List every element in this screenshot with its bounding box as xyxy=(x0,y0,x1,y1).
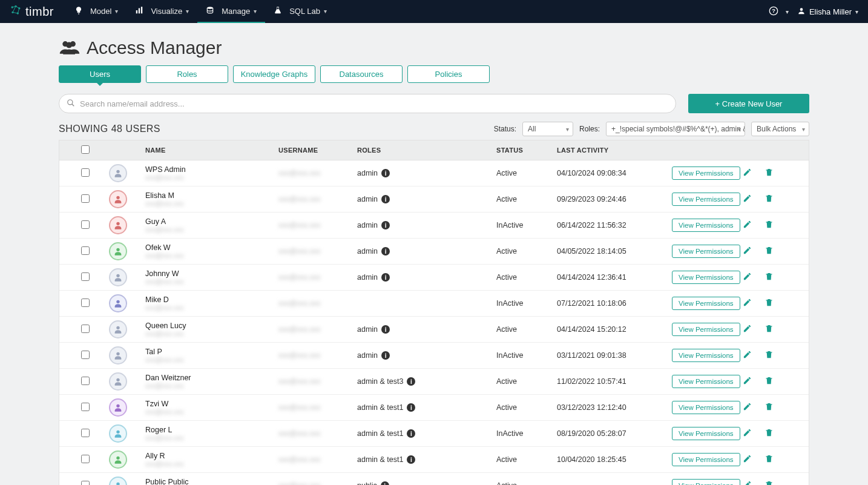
view-permissions-button[interactable]: View Permissions xyxy=(672,323,740,336)
edit-button[interactable] xyxy=(740,452,754,467)
view-permissions-button[interactable]: View Permissions xyxy=(672,401,740,414)
roles-text: admin & test3 xyxy=(357,377,403,386)
col-status[interactable]: STATUS xyxy=(494,145,554,155)
row-checkbox[interactable] xyxy=(81,481,90,486)
row-checkbox[interactable] xyxy=(81,168,90,177)
tab-users[interactable]: Users xyxy=(59,65,141,83)
edit-button[interactable] xyxy=(740,374,754,389)
info-icon[interactable]: i xyxy=(381,195,390,203)
delete-button[interactable] xyxy=(762,374,776,389)
edit-button[interactable] xyxy=(740,269,754,285)
row-checkbox[interactable] xyxy=(81,194,90,203)
brand[interactable]: timbr xyxy=(10,4,54,19)
edit-button[interactable] xyxy=(740,426,754,441)
tab-roles[interactable]: Roles xyxy=(146,65,228,83)
delete-button[interactable] xyxy=(762,426,776,441)
svg-point-21 xyxy=(116,274,119,277)
roles-cell: admin & test1i xyxy=(355,428,494,439)
row-checkbox[interactable] xyxy=(81,220,90,229)
edit-button[interactable] xyxy=(740,191,754,207)
row-checkbox[interactable] xyxy=(81,429,90,437)
info-icon[interactable]: i xyxy=(407,429,415,438)
row-checkbox[interactable] xyxy=(81,246,90,255)
row-checkbox[interactable] xyxy=(81,377,90,385)
info-icon[interactable]: i xyxy=(381,247,390,256)
nav-sql-lab[interactable]: SQL Lab▾ xyxy=(265,0,335,23)
info-icon[interactable]: i xyxy=(381,273,390,282)
view-permissions-button[interactable]: View Permissions xyxy=(672,453,740,466)
info-icon[interactable]: i xyxy=(407,455,415,464)
edit-button[interactable] xyxy=(740,400,754,415)
avatar xyxy=(109,398,127,417)
svg-line-16 xyxy=(72,104,74,106)
delete-button[interactable] xyxy=(762,348,776,363)
tab-datasources[interactable]: Datasources xyxy=(320,65,403,83)
view-permissions-button[interactable]: View Permissions xyxy=(672,427,740,440)
edit-button[interactable] xyxy=(740,243,754,259)
edit-button[interactable] xyxy=(740,478,754,485)
user-menu[interactable]: Elisha Miller ▾ xyxy=(797,7,858,17)
user-name: Guy A xyxy=(145,217,274,226)
view-permissions-button[interactable]: View Permissions xyxy=(672,271,740,284)
info-icon[interactable]: i xyxy=(407,403,415,412)
table-header: NAME USERNAME ROLES STATUS LAST ACTIVITY xyxy=(59,140,809,160)
nav-model[interactable]: Model▾ xyxy=(66,0,127,23)
info-icon[interactable]: i xyxy=(407,377,415,386)
delete-button[interactable] xyxy=(762,165,776,181)
user-name: Tzvi W xyxy=(145,400,274,408)
edit-button[interactable] xyxy=(740,217,754,233)
search-input-wrap[interactable] xyxy=(59,94,676,113)
edit-button[interactable] xyxy=(740,322,754,337)
row-checkbox[interactable] xyxy=(81,299,90,307)
info-icon[interactable]: i xyxy=(381,169,390,177)
delete-button[interactable] xyxy=(762,322,776,337)
delete-button[interactable] xyxy=(762,452,776,467)
create-user-button[interactable]: + Create New User xyxy=(688,94,809,113)
delete-button[interactable] xyxy=(762,243,776,259)
row-checkbox[interactable] xyxy=(81,351,90,359)
col-last-activity[interactable]: LAST ACTIVITY xyxy=(554,145,669,155)
select-all-checkbox[interactable] xyxy=(81,145,90,154)
info-icon[interactable]: i xyxy=(381,221,390,229)
col-name[interactable]: NAME xyxy=(143,145,276,155)
view-permissions-button[interactable]: View Permissions xyxy=(672,245,740,258)
col-username[interactable]: USERNAME xyxy=(276,145,355,155)
status-filter-select[interactable]: All xyxy=(522,122,573,136)
view-permissions-button[interactable]: View Permissions xyxy=(672,219,740,232)
row-checkbox[interactable] xyxy=(81,272,90,281)
view-permissions-button[interactable]: View Permissions xyxy=(672,297,740,310)
view-permissions-button[interactable]: View Permissions xyxy=(672,193,740,206)
status: Active xyxy=(494,246,554,257)
row-checkbox[interactable] xyxy=(81,325,90,333)
roles-filter-select[interactable]: +_!special symbols!@#$%^&*(+), admin & 5… xyxy=(606,122,745,136)
info-icon[interactable]: i xyxy=(381,351,390,360)
nav-visualize[interactable]: Visualize▾ xyxy=(127,0,197,23)
tab-knowledge-graphs[interactable]: Knowledge Graphs xyxy=(233,65,315,83)
info-icon[interactable]: i xyxy=(381,481,389,485)
tab-policies[interactable]: Policies xyxy=(407,65,490,83)
view-permissions-button[interactable]: View Permissions xyxy=(672,479,740,485)
delete-button[interactable] xyxy=(762,191,776,207)
edit-button[interactable] xyxy=(740,295,754,311)
delete-button[interactable] xyxy=(762,269,776,285)
nav-manage[interactable]: Manage▾ xyxy=(197,0,265,23)
view-permissions-button[interactable]: View Permissions xyxy=(672,349,740,362)
help-menu[interactable]: ? ▾ xyxy=(769,6,789,18)
col-roles[interactable]: ROLES xyxy=(355,145,494,155)
row-checkbox[interactable] xyxy=(81,403,90,411)
search-input[interactable] xyxy=(80,99,668,108)
delete-button[interactable] xyxy=(762,400,776,415)
delete-button[interactable] xyxy=(762,478,776,485)
view-permissions-button[interactable]: View Permissions xyxy=(672,375,740,388)
roles-text: public xyxy=(357,481,377,485)
delete-button[interactable] xyxy=(762,217,776,233)
info-icon[interactable]: i xyxy=(381,325,390,334)
bulk-actions-select[interactable]: Bulk Actions xyxy=(751,122,809,136)
delete-button[interactable] xyxy=(762,295,776,311)
view-permissions-button[interactable]: View Permissions xyxy=(672,167,740,180)
row-checkbox[interactable] xyxy=(81,455,90,463)
roles-text: admin & test1 xyxy=(357,429,403,438)
avatar xyxy=(109,164,127,182)
edit-button[interactable] xyxy=(740,348,754,363)
edit-button[interactable] xyxy=(740,165,754,181)
